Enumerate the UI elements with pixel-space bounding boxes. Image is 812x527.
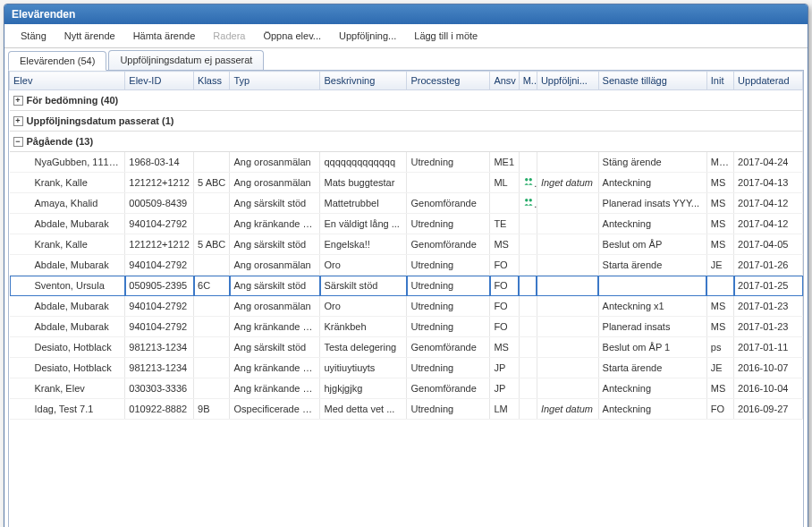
expand-icon[interactable]: + — [13, 116, 23, 126]
cell: Utredning — [407, 276, 490, 296]
svg-point-0 — [525, 178, 528, 181]
cell: Ang särskilt stöd — [230, 193, 320, 214]
cell — [519, 193, 537, 214]
cell — [194, 337, 230, 358]
col-header-1[interactable]: Elev-ID — [125, 72, 194, 90]
cell: ps — [706, 337, 733, 358]
cell: Ang kränkande b... — [230, 378, 320, 399]
table-row[interactable]: Desiato, Hotblack981213-1234Ang kränkand… — [10, 358, 803, 378]
cell — [490, 193, 519, 214]
group-row[interactable]: −Pågående (13) — [10, 132, 803, 152]
cell: 2017-04-12 — [734, 193, 803, 214]
cell: Anteckning — [598, 173, 706, 193]
cell: En väldigt lång ... — [320, 214, 407, 234]
cell: Anteckning — [598, 399, 706, 420]
table-row[interactable]: Sventon, Ursula050905-23956CAng särskilt… — [10, 276, 803, 296]
cell — [194, 214, 230, 234]
cell: 121212+1212 — [125, 234, 194, 255]
cell — [537, 234, 598, 255]
cell — [519, 337, 537, 358]
tab-1[interactable]: Uppföljningsdatum ej passerat — [108, 50, 264, 70]
cell: JE — [706, 255, 733, 276]
cell: 981213-1234 — [125, 337, 194, 358]
cell: 000509-8439 — [125, 193, 194, 214]
menu-item-6[interactable]: Lägg till i möte — [407, 28, 485, 44]
tab-0[interactable]: Elevärenden (54) — [8, 51, 106, 71]
group-row[interactable]: +För bedömning (40) — [10, 90, 803, 111]
table-row[interactable]: Krank, Kalle121212+12125 ABCAng särskilt… — [10, 234, 803, 255]
window-title: Elevärenden — [12, 8, 75, 21]
col-header-0[interactable]: Elev — [10, 72, 125, 90]
table-row[interactable]: Amaya, Khalid000509-8439Ang särskilt stö… — [10, 193, 803, 214]
menu-item-5[interactable]: Uppföljning... — [332, 28, 403, 44]
cell: ME1 — [706, 152, 733, 173]
cell: Amaya, Khalid — [10, 193, 125, 214]
table-row[interactable]: Abdale, Mubarak940104-2792Ang orosanmäla… — [10, 255, 803, 276]
col-header-2[interactable]: Klass — [194, 72, 230, 90]
cell: 2017-04-12 — [734, 214, 803, 234]
cell: hjgkjgjkg — [320, 378, 407, 399]
col-header-5[interactable]: Processteg — [407, 72, 490, 90]
cell: 5 ABC — [194, 173, 230, 193]
cell: Ang orosanmälan — [230, 255, 320, 276]
table-row[interactable]: Abdale, Mubarak940104-2792Ang orosanmäla… — [10, 296, 803, 317]
cell: 2017-01-23 — [734, 317, 803, 337]
cell: qqqqqqqqqqqqq — [320, 152, 407, 173]
cell: Ang kränkande b... — [230, 317, 320, 337]
col-header-8[interactable]: Uppföljni... — [537, 72, 598, 90]
col-header-4[interactable]: Beskrivning — [320, 72, 407, 90]
col-header-9[interactable]: Senaste tillägg — [598, 72, 706, 90]
col-header-7[interactable]: M.. — [519, 72, 537, 90]
table-row[interactable]: Desiato, Hotblack981213-1234Ang särskilt… — [10, 337, 803, 358]
group-row[interactable]: +Uppföljningsdatum passerat (1) — [10, 111, 803, 132]
group-label: Uppföljningsdatum passerat (1) — [27, 115, 174, 126]
cell: MS — [490, 234, 519, 255]
table-row[interactable]: NyaGubben, 111 222...1968-03-14Ang orosa… — [10, 152, 803, 173]
cell: MS — [706, 214, 733, 234]
table-row[interactable]: Abdale, Mubarak940104-2792Ang kränkande … — [10, 214, 803, 234]
cell: JE — [706, 358, 733, 378]
col-header-6[interactable]: Ansv — [490, 72, 519, 90]
menu-item-4[interactable]: Öppna elev... — [256, 28, 328, 44]
menu-item-2[interactable]: Hämta ärende — [126, 28, 203, 44]
table-row[interactable]: Krank, Elev030303-3336Ang kränkande b...… — [10, 378, 803, 399]
table-row[interactable]: Abdale, Mubarak940104-2792Ang kränkande … — [10, 317, 803, 337]
cell: Utredning — [407, 152, 490, 173]
cell: 2017-01-25 — [734, 276, 803, 296]
cell — [537, 193, 598, 214]
cell: MS — [490, 337, 519, 358]
cell: Idag, Test 7.1 — [10, 399, 125, 420]
cell: LM — [490, 399, 519, 420]
menu-item-1[interactable]: Nytt ärende — [57, 28, 123, 44]
cell: Abdale, Mubarak — [10, 317, 125, 337]
cell: MS — [706, 173, 733, 193]
menu-item-0[interactable]: Stäng — [13, 28, 54, 44]
cell: 2016-10-04 — [734, 378, 803, 399]
expand-icon[interactable]: + — [13, 96, 23, 106]
cell: Oro — [320, 255, 407, 276]
cell: Anteckning — [598, 214, 706, 234]
cell: Särskilt stöd — [320, 276, 407, 296]
cell: Krank, Elev — [10, 378, 125, 399]
cell: FO — [490, 255, 519, 276]
cell: 981213-1234 — [125, 358, 194, 378]
collapse-icon[interactable]: − — [13, 137, 23, 147]
cell — [537, 255, 598, 276]
data-grid: ElevElev-IDKlassTypBeskrivningProcessteg… — [9, 71, 803, 420]
cell: Oro — [320, 296, 407, 317]
cell: JP — [490, 378, 519, 399]
cell: Ang orosanmälan — [230, 152, 320, 173]
cell: 9B — [194, 399, 230, 420]
svg-point-1 — [529, 178, 531, 181]
svg-point-3 — [529, 199, 531, 201]
table-row[interactable]: Krank, Kalle121212+12125 ABCAng orosanmä… — [10, 173, 803, 193]
cell — [519, 173, 537, 193]
cell — [598, 276, 706, 296]
col-header-3[interactable]: Typ — [230, 72, 320, 90]
col-header-10[interactable]: Init — [706, 72, 733, 90]
col-header-11[interactable]: Uppdaterad — [734, 72, 803, 90]
cell: 2017-04-05 — [734, 234, 803, 255]
table-row[interactable]: Idag, Test 7.1010922-88829BOspecificerad… — [10, 399, 803, 420]
cell: 2017-01-26 — [734, 255, 803, 276]
meeting-icon — [523, 178, 534, 189]
